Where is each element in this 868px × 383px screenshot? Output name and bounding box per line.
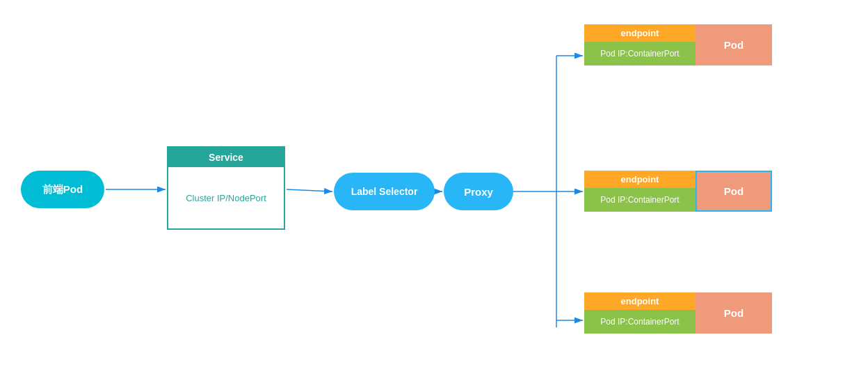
diagram: 前端Pod Service Cluster IP/NodePort Label …	[0, 0, 868, 383]
label-selector: Label Selector	[334, 173, 435, 210]
ep-header-mid: endpoint	[584, 171, 696, 188]
service-box: Service Cluster IP/NodePort	[167, 146, 285, 230]
front-pod-label: 前端Pod	[42, 183, 83, 196]
ep-header-bot: endpoint	[584, 292, 696, 310]
ep-header-top: endpoint	[584, 24, 696, 42]
pod-box-top: Pod	[696, 24, 772, 65]
ep-body-mid: Pod IP:ContainerPort	[584, 188, 696, 212]
pod-box-mid: Pod	[696, 171, 772, 212]
pod-box-bot: Pod	[696, 292, 772, 334]
svg-line-2	[287, 189, 332, 192]
service-body: Cluster IP/NodePort	[168, 167, 284, 228]
ep-body-bot: Pod IP:ContainerPort	[584, 310, 696, 334]
endpoint-box-bot: endpoint Pod IP:ContainerPort	[584, 292, 696, 334]
proxy: Proxy	[444, 173, 513, 210]
service-header: Service	[168, 148, 284, 167]
pod-group-top: endpoint Pod IP:ContainerPort Pod	[584, 24, 772, 65]
ep-body-top: Pod IP:ContainerPort	[584, 42, 696, 65]
endpoint-box-top: endpoint Pod IP:ContainerPort	[584, 24, 696, 65]
pod-group-bot: endpoint Pod IP:ContainerPort Pod	[584, 292, 772, 334]
pod-group-mid: endpoint Pod IP:ContainerPort Pod	[584, 171, 772, 212]
front-pod: 前端Pod	[21, 171, 104, 208]
endpoint-box-mid: endpoint Pod IP:ContainerPort	[584, 171, 696, 212]
